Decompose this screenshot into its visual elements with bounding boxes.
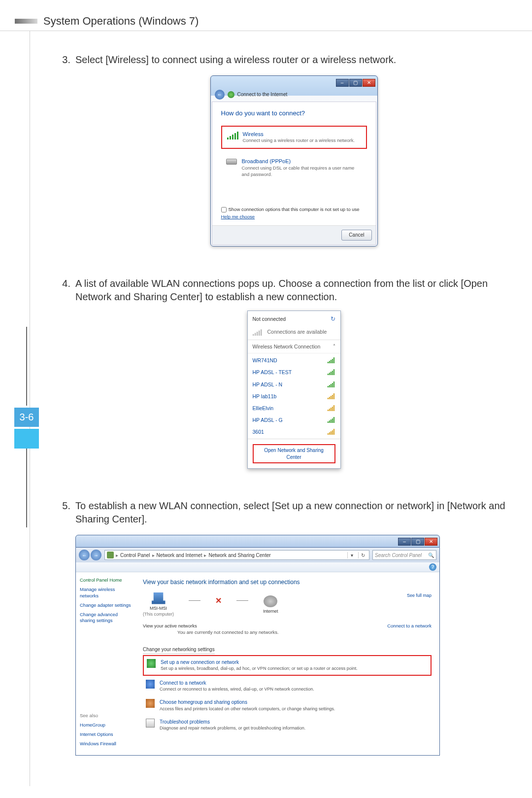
address-dropdown[interactable]: ▾ — [347, 552, 356, 559]
task-title: Connect to a network — [160, 680, 314, 687]
back-button[interactable]: ← — [79, 550, 90, 560]
signal-bars-icon — [328, 405, 335, 411]
wifi-item[interactable]: HP ADSL - N — [248, 379, 340, 390]
signal-bars-icon — [328, 393, 335, 399]
task-homegroup[interactable]: Choose homegroup and sharing options Acc… — [143, 696, 432, 715]
search-placeholder: Search Control Panel — [375, 552, 422, 559]
wifi-name: HP ADSL - G — [253, 416, 283, 423]
chevron-up-icon[interactable]: ˄ — [333, 343, 335, 350]
window-titlebar: – ▢ ✕ — [75, 535, 440, 548]
refresh-icon[interactable]: ↻ — [358, 552, 367, 559]
step-number: 5. — [60, 499, 70, 755]
chapter-title: System Operations (Windows 7) — [43, 15, 199, 28]
option-broadband[interactable]: Broadband (PPPoE) Connect using DSL or c… — [221, 154, 367, 181]
sidebar-link[interactable]: Manage wireless networks — [80, 587, 131, 599]
sidebar-home-link[interactable]: Control Panel Home — [80, 577, 131, 584]
step-number: 3. — [60, 53, 70, 266]
minimize-button[interactable]: – — [336, 79, 349, 87]
sidebar-link[interactable]: Internet Options — [80, 731, 131, 738]
computer-icon — [152, 592, 166, 604]
wifi-list: WR741ND HP ADSL - TEST HP ADSL - N HP la… — [248, 353, 340, 439]
step-4: 4. A list of available WLAN connections … — [60, 277, 512, 489]
wifi-flyout: Not connected ↻ Connections are availabl… — [247, 311, 341, 469]
sidebar-link[interactable]: Windows Firewall — [80, 741, 131, 747]
breadcrumb-item[interactable]: Network and Sharing Center — [208, 552, 270, 559]
signal-bars-icon — [328, 417, 335, 423]
help-link[interactable]: Help me choose — [221, 214, 255, 220]
option-wireless[interactable]: Wireless Connect using a wireless router… — [221, 126, 367, 149]
task-desc: Diagnose and repair network problems, or… — [160, 725, 305, 731]
node-label: Internet — [263, 608, 278, 614]
wizard-title: Connect to the Internet — [237, 91, 288, 98]
wifi-name: EllieElvin — [253, 405, 274, 412]
node-label: MSI-MSI — [143, 605, 174, 611]
checkbox-input[interactable] — [221, 207, 227, 212]
task-title: Set up a new connection or network — [161, 659, 358, 666]
close-button[interactable]: ✕ — [425, 538, 437, 546]
wifi-name: HP ADSL - N — [253, 381, 283, 388]
page-header: System Operations (Windows 7) — [15, 15, 512, 28]
maximize-button[interactable]: ▢ — [411, 538, 424, 546]
help-icon[interactable]: ? — [429, 563, 436, 571]
wizard-breadcrumb: ← Connect to the Internet — [211, 89, 377, 101]
setup-connection-icon — [147, 659, 156, 668]
toolbar: ? — [76, 562, 439, 572]
wifi-item[interactable]: 3601 — [248, 426, 340, 438]
task-troubleshoot[interactable]: Troubleshoot problems Diagnose and repai… — [143, 716, 432, 734]
task-desc: Connect or reconnect to a wireless, wire… — [160, 686, 314, 692]
page-number: 3-6 — [14, 408, 39, 427]
sidebar-link[interactable]: Change advanced sharing settings — [80, 612, 131, 625]
wifi-item[interactable]: EllieElvin — [248, 402, 340, 414]
active-networks-msg: You are currently not connected to any n… — [177, 629, 432, 636]
breadcrumb-bar[interactable]: ▸ Control Panel ▸ Network and Internet ▸… — [104, 550, 369, 560]
wifi-item[interactable]: WR741ND — [248, 354, 340, 366]
forward-button[interactable]: → — [91, 550, 101, 560]
see-also-label: See also — [80, 713, 131, 719]
show-options-checkbox[interactable]: Show connection options that this comput… — [221, 207, 367, 213]
wifi-name: HP ADSL - TEST — [253, 369, 292, 376]
connect-network-link[interactable]: Connect to a network — [387, 623, 432, 629]
task-connect-network[interactable]: Connect to a network Connect or reconnec… — [143, 677, 432, 695]
document-page: System Operations (Windows 7) 3-6 3. Sel… — [0, 0, 532, 798]
sidebar-link[interactable]: Change adapter settings — [80, 602, 131, 609]
search-input[interactable]: Search Control Panel 🔍 — [372, 550, 436, 560]
maximize-button[interactable]: ▢ — [349, 79, 362, 87]
task-desc: Access files and printers located on oth… — [160, 706, 335, 712]
sidebar-link[interactable]: HomeGroup — [80, 722, 131, 729]
task-title: Troubleshoot problems — [160, 719, 305, 726]
not-connected-label: Not connected — [253, 315, 286, 322]
connect-network-icon — [146, 680, 155, 689]
control-panel-icon — [107, 552, 114, 558]
window-titlebar: – ▢ ✕ — [211, 76, 377, 89]
breadcrumb-item[interactable]: Network and Internet — [157, 552, 202, 559]
step-text: To establish a new WLAN connection, sele… — [75, 500, 505, 524]
signal-bars-icon — [328, 429, 335, 435]
open-network-center-link[interactable]: Open Network and Sharing Center — [253, 444, 335, 463]
cancel-button[interactable]: Cancel — [341, 230, 371, 241]
breadcrumb-item[interactable]: Control Panel — [120, 552, 150, 559]
signal-bars-icon — [227, 132, 238, 139]
minimize-button[interactable]: – — [398, 538, 411, 546]
troubleshoot-icon — [146, 719, 155, 728]
see-full-map-link[interactable]: See full map — [407, 592, 432, 598]
step-text: A list of available WLAN connections pop… — [75, 278, 488, 302]
step-5: 5. To establish a new WLAN connection, s… — [60, 499, 512, 755]
homegroup-icon — [146, 699, 155, 708]
dotted-rule-bottom — [26, 449, 27, 527]
refresh-icon[interactable]: ↻ — [331, 315, 335, 323]
signal-bars-icon — [328, 382, 335, 387]
globe-icon — [264, 595, 277, 607]
step-number: 4. — [60, 277, 70, 489]
wifi-name: WR741ND — [253, 357, 277, 364]
wireless-section-label: Wireless Network Connection — [253, 343, 321, 350]
wifi-item[interactable]: HP ADSL - G — [248, 414, 340, 426]
connections-available-label: Connections are available — [267, 328, 327, 335]
wifi-item[interactable]: HP ADSL - TEST — [248, 366, 340, 378]
back-button[interactable]: ← — [215, 90, 225, 100]
close-button[interactable]: ✕ — [363, 79, 375, 87]
active-networks-label: View your active networks — [143, 623, 197, 628]
header-accent-bar — [15, 19, 37, 24]
wifi-name: HP lab11b — [253, 393, 277, 400]
wifi-item[interactable]: HP lab11b — [248, 390, 340, 402]
task-setup-connection[interactable]: Set up a new connection or network Set u… — [143, 655, 432, 676]
